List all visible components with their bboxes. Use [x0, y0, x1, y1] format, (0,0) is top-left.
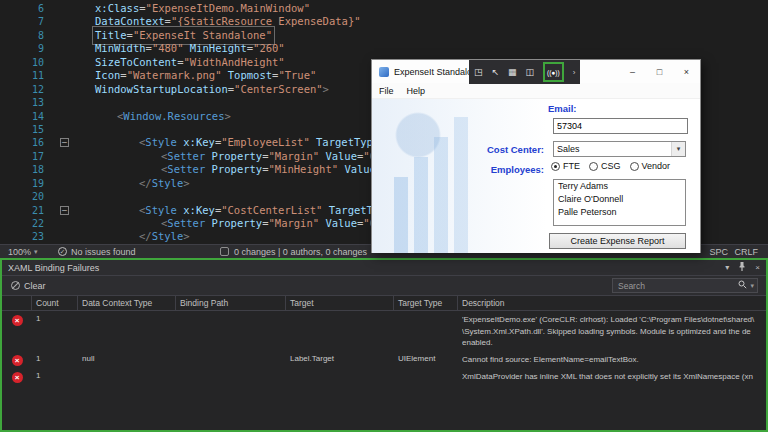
description-cell: XmlDataProvider has inline XML that does…: [458, 371, 766, 383]
description-cell: Cannot find source: ElementName=emailTex…: [458, 354, 766, 366]
error-icon: ×: [12, 372, 23, 383]
table-row[interactable]: ×1nullLabel.TargetUIElementCannot find s…: [2, 351, 766, 368]
check-icon: ✓: [58, 247, 67, 256]
fold-icon[interactable]: –: [60, 206, 69, 215]
line-number: 12: [0, 83, 44, 96]
line-number: 13: [0, 96, 44, 109]
search-box[interactable]: ▾: [612, 278, 758, 293]
code-text: WindowStartupLocation="CenterScreen">: [95, 83, 329, 96]
code-text: Icon="Watermark.png" Topmost="True": [95, 69, 316, 82]
fold-icon[interactable]: –: [60, 138, 69, 147]
window-controls: – □ ×: [619, 60, 700, 83]
code-line[interactable]: 9MinWidth="480" MinHeight="260": [0, 42, 768, 55]
error-icon: ×: [12, 315, 23, 326]
zoom-control[interactable]: 100% ▾: [8, 245, 38, 258]
line-number: 19: [0, 177, 44, 190]
error-icon-cell: ×: [2, 371, 32, 383]
list-item[interactable]: Claire O'Donnell: [554, 193, 685, 206]
line-number: 21: [0, 204, 44, 217]
code-text: </Style>: [139, 230, 190, 243]
code-text: SizeToContent="WidthAndHeight": [95, 56, 285, 69]
watermark-image: [372, 99, 547, 253]
email-label: Email:: [548, 103, 577, 114]
zoom-level: 100%: [8, 247, 31, 257]
changes-indicator[interactable]: 0 changes | 0 authors, 0 changes: [220, 245, 367, 258]
radio-vendor[interactable]: Vendor: [630, 161, 671, 171]
line-number: 10: [0, 56, 44, 69]
radio-label: FTE: [563, 161, 580, 171]
line-ending-indicator[interactable]: CRLF: [734, 245, 758, 258]
minimize-button[interactable]: –: [619, 60, 646, 83]
list-item[interactable]: Terry Adams: [554, 180, 685, 193]
column-header-count[interactable]: Count: [32, 296, 78, 310]
code-text: Title="ExpenseIt Standalone": [95, 29, 272, 42]
highlight-annotation: ((●)): [543, 62, 564, 82]
code-line[interactable]: 7DataContext="{StaticResource ExpenseDat…: [0, 15, 768, 28]
debug-toolbar-icon-3[interactable]: ◫: [526, 67, 535, 77]
line-number: 6: [0, 2, 44, 15]
list-item[interactable]: Palle Peterson: [554, 206, 685, 219]
clear-icon: [11, 281, 20, 290]
close-button[interactable]: ×: [673, 60, 700, 83]
maximize-button[interactable]: □: [646, 60, 673, 83]
line-number: 9: [0, 42, 44, 55]
title-bar[interactable]: ExpenseIt Standalone ◳↖▦◫ ((●)) › – □ ×: [372, 60, 700, 83]
email-input[interactable]: [553, 118, 688, 134]
table-row[interactable]: ×1'ExpenseItDemo.exe' (CoreCLR: clrhost)…: [2, 311, 766, 351]
debug-toolbar-icon-1[interactable]: ↖: [492, 67, 500, 77]
employees-listbox[interactable]: Terry AdamsClaire O'DonnellPalle Peterso…: [553, 179, 686, 226]
menu-help[interactable]: Help: [407, 86, 426, 96]
debug-toolbar-icon-2[interactable]: ▦: [508, 67, 517, 77]
column-header-binding-path[interactable]: Binding Path: [176, 296, 286, 310]
clear-button[interactable]: Clear: [2, 281, 55, 291]
binding-failures-panel: XAML Binding Failures ▾ × Clear ▾ CountD…: [0, 258, 768, 432]
menu-file[interactable]: File: [379, 86, 394, 96]
xaml-debug-toolbar: ◳↖▦◫ ((●)) ›: [469, 60, 580, 84]
radio-circle: [589, 162, 598, 171]
line-number: 15: [0, 123, 44, 136]
error-icon: ×: [12, 355, 23, 366]
code-line[interactable]: 8Title="ExpenseIt Standalone": [0, 29, 768, 42]
radio-label: Vendor: [642, 161, 671, 171]
table-row[interactable]: ×1XmlDataProvider has inline XML that do…: [2, 368, 766, 385]
code-text: MinWidth="480" MinHeight="260": [95, 42, 285, 55]
column-header-target[interactable]: Target: [286, 296, 394, 310]
space-indicator[interactable]: SPC: [709, 245, 728, 258]
code-line[interactable]: 6x:Class="ExpenseItDemo.MainWindow": [0, 2, 768, 15]
issues-indicator[interactable]: ✓ No issues found: [58, 245, 136, 258]
code-text: </Style>: [139, 177, 190, 190]
line-number: 17: [0, 150, 44, 163]
cost-center-select[interactable]: Sales ▾: [553, 141, 686, 157]
debug-toolbar-icon-0[interactable]: ◳: [474, 67, 483, 77]
create-expense-report-button[interactable]: Create Expense Report: [549, 233, 686, 249]
code-text: x:Class="ExpenseItDemo.MainWindow": [95, 2, 310, 15]
line-number: 7: [0, 15, 44, 28]
pin-icon[interactable]: [738, 262, 746, 273]
toolbar-icons: ◳↖▦◫: [474, 67, 534, 77]
close-icon[interactable]: ×: [755, 263, 760, 272]
column-header-data-context-type[interactable]: Data Context Type: [78, 296, 176, 310]
header-icon-spacer: [2, 296, 32, 310]
app-icon: [379, 67, 389, 77]
panel-toolbar: Clear ▾: [2, 275, 766, 296]
column-header-description[interactable]: Description: [458, 296, 766, 310]
line-number: 18: [0, 163, 44, 176]
description-cell: 'ExpenseItDemo.exe' (CoreCLR: clrhost): …: [458, 314, 766, 349]
line-number: 23: [0, 230, 44, 243]
chevron-down-icon[interactable]: ▾: [671, 142, 685, 156]
window-content: Email: Cost Center: Sales ▾ Employees: F…: [372, 99, 700, 253]
radio-csg[interactable]: CSG: [589, 161, 621, 171]
line-number: 11: [0, 69, 44, 82]
binding-failures-icon[interactable]: ((●)): [547, 69, 560, 76]
chevron-down-icon[interactable]: ▾: [750, 282, 754, 290]
panel-header[interactable]: XAML Binding Failures ▾ ×: [2, 260, 766, 275]
search-input[interactable]: [616, 280, 735, 292]
cost-center-label: Cost Center:: [470, 144, 544, 155]
column-header-target-type[interactable]: Target Type: [394, 296, 458, 310]
issues-text: No issues found: [71, 247, 136, 257]
search-icon[interactable]: [738, 280, 747, 291]
line-number: 14: [0, 110, 44, 123]
radio-fte[interactable]: FTE: [551, 161, 580, 171]
chevron-down-icon[interactable]: ▾: [725, 263, 729, 272]
chevron-right-icon[interactable]: ›: [573, 68, 576, 77]
